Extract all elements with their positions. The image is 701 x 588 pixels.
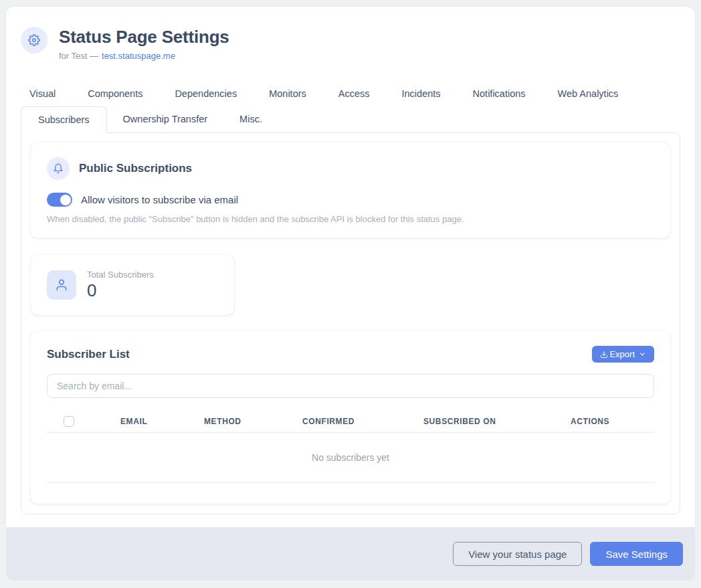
empty-state-row: No subscribers yet: [47, 433, 654, 483]
tab-subscribers[interactable]: Subscribers: [21, 106, 107, 133]
page-header: Status Page Settings for Test — test.sta…: [21, 27, 680, 61]
footer-action-bar: View your status page Save Settings: [6, 527, 695, 581]
allow-subscribe-toggle[interactable]: [47, 193, 72, 207]
search-input[interactable]: [47, 374, 654, 398]
column-method: Method: [204, 417, 302, 426]
subscriber-list-header: Subscriber List Export: [47, 346, 654, 363]
toggle-knob: [60, 195, 71, 205]
column-confirmed: Confirmed: [302, 417, 423, 426]
stat-label: Total Subscribers: [87, 270, 154, 280]
user-icon: [47, 270, 76, 300]
settings-tabs: Visual Components Dependencies Monitors …: [21, 81, 680, 132]
subscriber-table-header: Email Method Confirmed Subscribed On Act…: [47, 411, 654, 433]
subscribe-toggle-row: Allow visitors to subscribe via email: [47, 193, 654, 207]
stat-texts: Total Subscribers 0: [87, 270, 154, 300]
settings-card: Status Page Settings for Test — test.sta…: [6, 7, 695, 527]
save-settings-button[interactable]: Save Settings: [590, 542, 683, 566]
tab-row-secondary: Subscribers Ownership Transfer Misc.: [21, 106, 680, 132]
public-subscriptions-header: Public Subscriptions: [47, 157, 654, 180]
empty-state-text: No subscribers yet: [312, 452, 389, 463]
subscriber-list-card: Subscriber List Export Email Method: [31, 331, 670, 504]
column-actions: Actions: [571, 417, 654, 426]
tab-dependencies[interactable]: Dependencies: [159, 81, 253, 106]
tab-misc[interactable]: Misc.: [223, 106, 278, 132]
gear-icon: [21, 27, 47, 54]
tab-ownership-transfer[interactable]: Ownership Transfer: [107, 106, 224, 132]
stat-value: 0: [87, 281, 154, 300]
tab-row-primary: Visual Components Dependencies Monitors …: [21, 81, 680, 106]
tab-incidents[interactable]: Incidents: [386, 81, 457, 106]
tab-access[interactable]: Access: [322, 81, 386, 106]
subscriber-list-title: Subscriber List: [47, 348, 130, 361]
column-email: Email: [120, 417, 204, 426]
subtitle-prefix: for Test —: [59, 51, 98, 61]
toggle-helper-text: When disabled, the public "Subscribe" bu…: [47, 214, 654, 224]
download-icon: [600, 351, 608, 359]
chevron-down-icon: [639, 351, 646, 358]
tab-components[interactable]: Components: [72, 81, 159, 106]
public-subscriptions-card: Public Subscriptions Allow visitors to s…: [31, 142, 670, 238]
toggle-label: Allow visitors to subscribe via email: [81, 194, 238, 205]
tab-visual[interactable]: Visual: [21, 81, 72, 106]
page-subtitle: for Test — test.statuspage.me: [59, 51, 229, 61]
total-subscribers-card: Total Subscribers 0: [31, 255, 234, 315]
header-titles: Status Page Settings for Test — test.sta…: [59, 27, 229, 61]
export-button-label: Export: [609, 349, 635, 359]
public-subscriptions-title: Public Subscriptions: [79, 162, 192, 175]
select-all-checkbox[interactable]: [64, 416, 74, 427]
column-subscribed-on: Subscribed On: [423, 417, 571, 426]
tab-web-analytics[interactable]: Web Analytics: [542, 81, 635, 106]
subscribers-panel: Public Subscriptions Allow visitors to s…: [21, 132, 680, 514]
status-page-link[interactable]: test.statuspage.me: [102, 51, 175, 61]
subscriber-table: Email Method Confirmed Subscribed On Act…: [47, 411, 654, 483]
export-button[interactable]: Export: [592, 346, 654, 363]
bell-icon: [47, 157, 70, 180]
view-status-page-button[interactable]: View your status page: [453, 542, 582, 566]
tab-notifications[interactable]: Notifications: [457, 81, 542, 106]
tab-monitors[interactable]: Monitors: [253, 81, 322, 106]
page-title: Status Page Settings: [59, 27, 229, 47]
